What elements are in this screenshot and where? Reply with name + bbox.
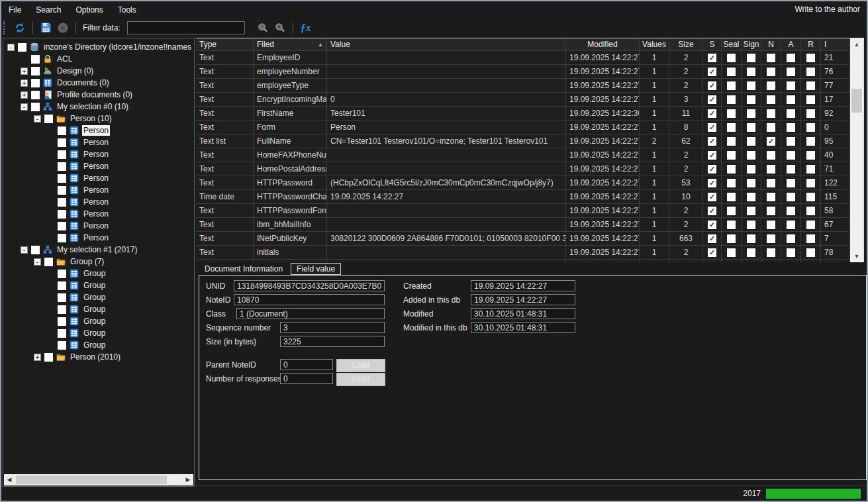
checkbox[interactable] [708,262,716,263]
tree-item[interactable]: Person [3,148,194,160]
checkbox[interactable] [787,165,795,174]
checkbox[interactable] [806,221,815,229]
scrollbar-thumb[interactable] [16,476,167,484]
load-parent-button[interactable]: Load [336,359,385,372]
modified-field[interactable] [471,308,575,319]
checkbox[interactable] [708,193,716,201]
tree-checkbox[interactable] [58,305,66,314]
checkbox[interactable] [708,151,716,160]
column-header-size[interactable]: Size [669,38,703,51]
checkbox[interactable] [727,262,736,263]
table-vertical-scrollbar[interactable]: ▲ ▼ [850,38,863,262]
collapse-icon[interactable]: - [21,103,28,111]
checkbox[interactable] [787,207,795,215]
search-clear-icon[interactable] [273,21,287,35]
checkbox[interactable] [747,81,755,90]
expand-icon[interactable]: + [21,68,28,75]
load-responses-button[interactable]: Load [336,373,385,386]
menu-options[interactable]: Options [68,2,110,18]
table-row[interactable]: Time dateHTTPPasswordChan...19.09.2025 1… [196,190,850,204]
checkbox[interactable] [787,221,795,229]
checkbox[interactable] [806,234,815,243]
tree-item[interactable]: Group [3,339,194,351]
column-header-a[interactable]: A [781,38,801,51]
checkbox[interactable] [747,248,755,257]
collapse-icon[interactable]: - [34,258,41,266]
table-row[interactable]: TextHTTPPassword(HCbpZxOlCqLft4G5rc5l/zJ… [196,176,850,190]
checkbox[interactable] [806,207,815,215]
menu-tools[interactable]: Tools [111,2,144,18]
checkbox[interactable] [708,81,716,90]
tree-item[interactable]: +Profile documents (0) [3,89,194,101]
column-header-filed[interactable]: Filed▲ [254,38,327,51]
tree-item[interactable]: Person [3,172,194,184]
table-row[interactable]: Textibm_bhMailInfo19.09.2025 14:22:27126… [196,218,850,232]
table-row[interactable]: TextemployeeType19.09.2025 14:22:271277 [196,79,850,93]
checkbox[interactable] [727,207,736,215]
checkbox[interactable] [787,151,795,160]
scrollbar-thumb[interactable] [851,89,862,113]
checkbox[interactable] [747,68,755,76]
collapse-icon[interactable]: - [21,246,28,254]
tree-checkbox[interactable] [44,353,53,362]
checkbox[interactable] [708,109,716,118]
tree-checkbox[interactable] [58,210,66,219]
checkbox[interactable] [727,68,736,76]
modified-in-db-field[interactable] [471,322,575,333]
tab-field-value[interactable]: Field value [291,263,341,275]
checkbox[interactable] [727,137,736,146]
checkbox[interactable] [806,123,815,132]
tree-checkbox[interactable] [58,162,66,171]
checkbox[interactable] [747,234,755,243]
column-header-i[interactable]: I [821,38,849,51]
tree-item[interactable]: Group [3,279,194,291]
table-row[interactable]: TextINetPublicKey30820122 300D0609 2A864… [196,232,850,246]
disabled-circle-icon[interactable] [56,21,70,35]
checkbox[interactable] [708,165,716,174]
checkbox[interactable] [806,193,815,201]
checkbox[interactable] [747,207,755,215]
checkbox[interactable] [806,179,815,187]
checkbox[interactable] [787,95,795,104]
tree-checkbox[interactable] [18,43,26,52]
checkbox[interactable] [727,165,736,174]
tree-checkbox[interactable] [31,103,40,111]
tree-checkbox[interactable] [58,329,66,338]
checkbox[interactable] [727,221,736,229]
table-row[interactable]: TextEncryptIncomingMail019.09.2025 14:22… [196,93,850,107]
checkbox[interactable] [787,109,795,118]
checkbox[interactable] [767,193,775,201]
checkbox[interactable] [767,109,775,118]
tree-item[interactable]: ACL [3,53,194,65]
checkbox[interactable] [727,179,736,187]
tree-item[interactable]: -Group (7) [3,256,194,268]
added-in-db-field[interactable] [471,294,575,305]
tree-item[interactable]: +Documents (0) [3,77,194,89]
column-header-s[interactable]: S [703,38,722,51]
checkbox[interactable] [767,54,775,62]
column-header-value[interactable]: Value [327,38,566,51]
column-header-modified[interactable]: Modified [566,38,640,51]
tree-checkbox[interactable] [58,186,66,195]
checkbox[interactable] [767,262,775,263]
checkbox[interactable] [708,123,716,132]
table-row[interactable]: TextemployeeNumber19.09.2025 14:22:27127… [196,65,850,79]
checkbox[interactable] [747,179,755,187]
tree-checkbox[interactable] [31,55,40,64]
checkbox[interactable] [727,81,736,90]
menu-file[interactable]: File [1,2,28,18]
checkbox[interactable] [767,207,775,215]
checkbox[interactable] [767,95,775,104]
tree-item[interactable]: Group [3,315,194,327]
checkbox[interactable] [767,137,775,146]
checkbox[interactable] [787,123,795,132]
tree-item[interactable]: Person [3,232,194,244]
checkbox[interactable] [806,262,815,263]
checkbox[interactable] [708,248,716,257]
tree-item[interactable]: Person [3,220,194,232]
checkbox[interactable] [708,95,716,104]
checkbox[interactable] [767,248,775,257]
checkbox[interactable] [747,109,755,118]
tree-checkbox[interactable] [58,222,66,230]
checkbox[interactable] [767,165,775,174]
